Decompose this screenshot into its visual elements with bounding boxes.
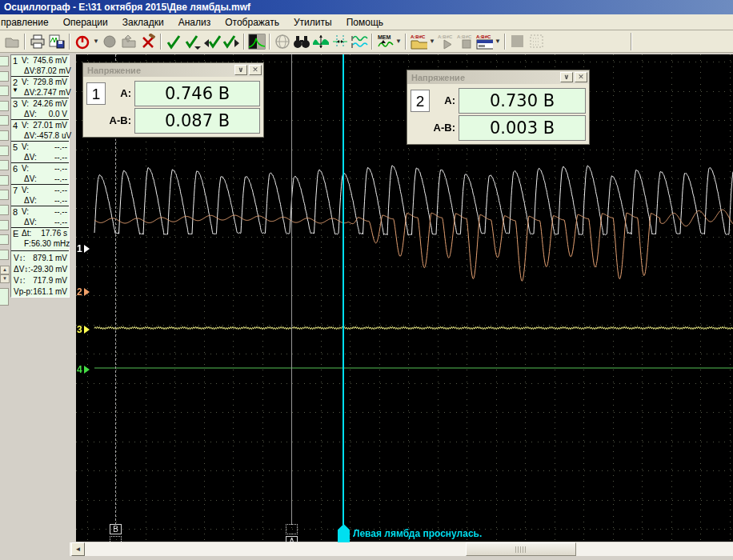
accept-button[interactable] — [164, 32, 183, 50]
cursors-vertical-button[interactable] — [330, 32, 350, 50]
meter-2-voltage-ab: 0.003 В — [459, 115, 586, 141]
dv-label: ΔV: — [24, 174, 37, 183]
power-start-button[interactable] — [73, 32, 92, 50]
v-label: V: — [22, 99, 29, 108]
meter-2-collapse-button[interactable]: ∨ — [560, 72, 573, 82]
dv-value: --.-- — [54, 153, 67, 162]
dv-value: --.-- — [54, 174, 67, 183]
cursor-a-line[interactable] — [291, 54, 292, 525]
menu-control[interactable]: правление — [0, 15, 56, 30]
cursors-signal-button[interactable] — [350, 32, 369, 50]
print-button[interactable] — [28, 32, 47, 50]
preview-graph-button[interactable] — [247, 32, 266, 50]
statistics-block: V↕:879.1 mVΔV↕:-29.30 mVV↕:717.9 mVVp-p:… — [11, 251, 69, 297]
menu-display[interactable]: Отображать — [218, 15, 286, 30]
stat-value: 717.9 mV — [33, 276, 67, 285]
meter-2-voltage-a: 0.730 В — [459, 88, 586, 114]
cursor-measurement-row: EΔt:17.76 sF:56.30 mHz — [11, 228, 69, 251]
abc-panel-button[interactable]: A:B#C — [475, 32, 494, 50]
title-bar[interactable]: Осциллограф - E:\31 октября 2015\Две лям… — [0, 0, 733, 14]
v-value: 745.6 mV — [33, 56, 67, 65]
block-disabled-icon — [508, 32, 527, 50]
stat-label: V↕: — [14, 276, 25, 285]
meter-1-title-bar[interactable]: Напряжение ∨ ✕ — [83, 63, 263, 77]
meter-1-close-button[interactable]: ✕ — [249, 65, 262, 75]
channel-1-marker-label: 1 — [77, 243, 82, 254]
mem-menu-button[interactable]: MEM — [375, 32, 395, 50]
toolbar-separator — [24, 34, 26, 50]
channel-control-box — [0, 56, 9, 66]
abc-label: A:B#C — [438, 34, 453, 39]
accept-prev-button[interactable] — [202, 32, 222, 50]
toolbar-separator — [405, 34, 407, 50]
abc-panel-dropdown-arrow[interactable]: ▼ — [494, 38, 502, 45]
abc-open-button[interactable]: A:B#C — [409, 32, 428, 50]
scrollbar-thumb[interactable] — [466, 542, 576, 556]
toolbar-separator — [160, 34, 162, 50]
dv-label: ΔV: — [24, 153, 37, 162]
channel-2-marker[interactable]: 2 — [77, 286, 90, 298]
stat-row: ΔV↕:-29.30 mV — [11, 263, 69, 274]
meter-1-channel-number: 1 — [86, 82, 106, 105]
cursor-b-label[interactable]: B — [110, 524, 122, 534]
menu-utilities[interactable]: Утилиты — [286, 15, 339, 30]
stat-row: V↕:717.9 mV — [11, 274, 69, 286]
stat-value: 879.1 mV — [33, 254, 67, 262]
dv-label: ΔV: — [24, 218, 37, 226]
accept-next-button[interactable] — [222, 32, 241, 50]
meter-1-voltage-ab: 0.087 В — [134, 108, 260, 134]
accept-menu-button[interactable] — [183, 32, 202, 50]
channel-control-box — [0, 71, 9, 82]
menu-operations[interactable]: Операции — [56, 15, 115, 30]
event-marker-text: Левая лямбда проснулась. — [353, 528, 482, 539]
power-dropdown-arrow[interactable]: ▼ — [92, 38, 100, 45]
channel-4-marker[interactable]: 4 — [77, 364, 90, 375]
search-binoculars-button[interactable] — [292, 32, 311, 50]
grid-disabled-icon — [527, 32, 547, 50]
meter-1-collapse-button[interactable]: ∨ — [234, 65, 247, 75]
channel-number: 6 — [13, 164, 18, 174]
erase-button[interactable] — [138, 32, 158, 50]
abc-label: A:B#C — [476, 34, 491, 39]
channel-number: 8 — [13, 207, 18, 217]
meter-2-close-button[interactable]: ✕ — [575, 72, 587, 82]
menu-analysis[interactable]: Анализ — [171, 15, 218, 30]
record-disabled-icon — [100, 32, 119, 50]
channel-1-marker-arrow-icon — [84, 245, 90, 253]
channel-3-marker[interactable]: 3 — [77, 324, 90, 335]
meter-1-row-ab-label: A-B: — [107, 114, 134, 126]
measure-signal-button[interactable] — [311, 32, 330, 50]
bottom-strip — [0, 556, 733, 560]
channel-1-marker[interactable]: 1 — [77, 243, 90, 254]
toolbar: ▼ — [0, 30, 733, 53]
window-title: Осциллограф - E:\31 октября 2015\Две лям… — [4, 2, 250, 13]
save-signal-button[interactable] — [47, 32, 66, 50]
stat-value: 161.1 mV — [33, 287, 67, 296]
scroll-left-button[interactable]: ◄ — [71, 542, 85, 556]
menu-bookmarks[interactable]: Закладки — [115, 15, 171, 30]
cursor-a-handle[interactable] — [286, 524, 298, 534]
toolbar-separator — [69, 34, 70, 50]
channel-control-box — [0, 288, 9, 306]
menu-help[interactable]: Помощь — [339, 15, 391, 30]
abc-open-dropdown-arrow[interactable]: ▼ — [428, 38, 436, 45]
toolbar-separator — [371, 34, 373, 50]
spinner-down-button[interactable]: ▼ — [0, 274, 10, 283]
meter-2-title-bar[interactable]: Напряжение ∨ ✕ — [407, 70, 589, 84]
channel-5-measurement-row: 5V:--.--ΔV:--.-- — [11, 142, 69, 163]
channel-1-measurement-row: 1V:745.6 mVΔV:87.02 mV — [11, 55, 69, 77]
horizontal-scrollbar[interactable]: ◄ — [70, 542, 733, 556]
meter-1-row-a-label: A: — [107, 87, 134, 99]
dv-value: -457.8 uV — [37, 131, 71, 140]
channel-2-marker-label: 2 — [77, 286, 82, 298]
toolbar-endcap — [631, 33, 632, 50]
event-marker-line[interactable] — [342, 54, 344, 525]
stat-label: Vp-p: — [14, 287, 33, 296]
spinner-up-button[interactable]: ▲ — [0, 266, 10, 274]
channel-4-marker-arrow-icon — [84, 366, 90, 374]
channel-3-marker-arrow-icon — [84, 326, 90, 334]
dv-label: ΔV: — [24, 66, 37, 75]
v-label: V: — [22, 56, 29, 65]
mem-dropdown-arrow[interactable]: ▼ — [395, 38, 403, 45]
channel-3-marker-label: 3 — [77, 324, 82, 335]
